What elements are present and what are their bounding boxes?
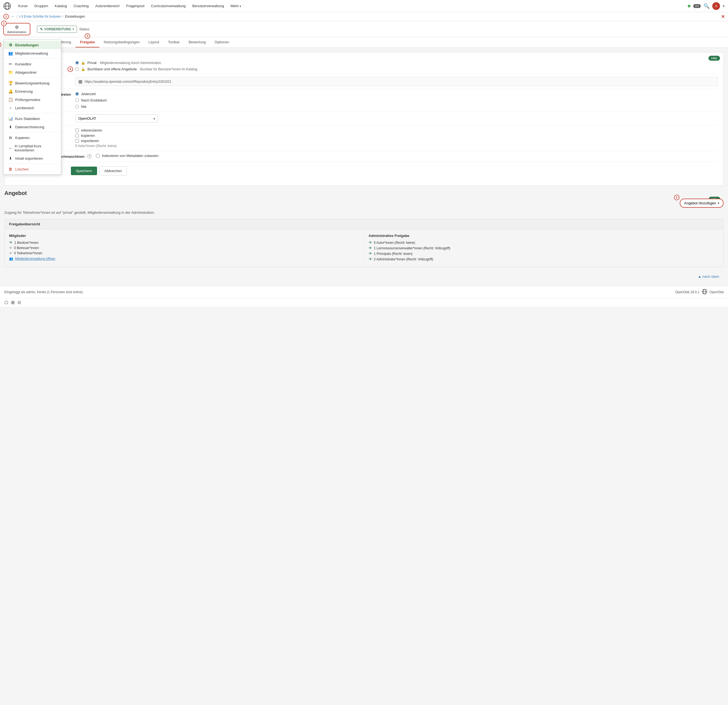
nach-oben-link[interactable]: ▲ nach oben <box>698 274 719 279</box>
direktlink-row: Direktlink ▦ https://academy.openolat.co… <box>10 74 718 89</box>
autoren-ref-item[interactable]: referenzieren <box>75 128 718 132</box>
menu-item-kopieren[interactable]: ⧉ Kopieren <box>4 133 61 142</box>
admin-button[interactable]: 1 ⚙ Administration <box>3 23 30 35</box>
main-content: Hilfe Zugang Teilnehmer*innen 🔒 Privat M… <box>0 48 728 286</box>
menu-item-erinnerung[interactable]: 🔔 Erinnerung <box>4 87 61 95</box>
breadcrumb-back[interactable]: 1 ← <box>3 14 15 19</box>
tab-freigabe[interactable]: 3 Freigabe <box>75 37 99 48</box>
austreten-nie-label: Nie <box>81 104 87 109</box>
unlock-icon: 🔓 <box>81 67 85 71</box>
footer-icon-share[interactable]: ⬡ <box>4 300 8 305</box>
bewertungswerkzeug-icon: 🏆 <box>8 81 13 85</box>
oer-checkbox-item[interactable]: Indexieren von Metadaten zulassen <box>96 154 718 158</box>
af-text-2: 1 Principals (Recht: lesen) <box>374 252 413 256</box>
angebot-add-button[interactable]: Angebot hinzufügen ▾ <box>680 199 724 208</box>
tab-toolbar[interactable]: Toolbar <box>163 37 184 48</box>
annotation-1b: 1 <box>1 21 7 26</box>
austreten-jederzeit[interactable]: Jederzeit <box>75 92 718 96</box>
admin-freigabe-item-2: 👁 1 Principals (Recht: lesen) <box>369 251 719 256</box>
oer-checkbox-label: Indexieren von Metadaten zulassen <box>102 154 158 158</box>
direktlink-value: ▦ https://academy.openolat.com/url/Repos… <box>75 77 718 86</box>
af-eye-0: 👁 <box>369 241 372 245</box>
status-dot <box>688 5 690 7</box>
radio-buchbar-item[interactable]: 4 🔓 Buchbare und offene Angebote Buchbar… <box>75 67 718 71</box>
menu-item-bewertungswerkzeug[interactable]: 🏆 Bewertungswerkzeug <box>4 79 61 87</box>
freigabe-help-button[interactable]: Hilfe <box>708 56 720 61</box>
menu-item-exportieren[interactable]: ⬇ Inhalt exportieren <box>4 154 61 162</box>
admin-freigabe-item-3: 👁 2 Administrator*innen (Recht: Vollzugr… <box>369 257 719 261</box>
oer-help-icon[interactable]: ? <box>87 154 91 159</box>
breadcrumb-close[interactable]: ✕ <box>721 14 725 19</box>
status-button[interactable]: ✎ VORBEREITUNG ▾ <box>37 26 77 33</box>
angebot-title: Angebot <box>4 190 27 196</box>
autoren-kop-label: kopieren <box>81 133 95 138</box>
menu-item-kurseditor[interactable]: ✏ Kurseditor <box>4 60 61 68</box>
nav-item-fragenpool[interactable]: Fragenpool <box>124 2 147 10</box>
save-button[interactable]: Speichern <box>71 167 97 175</box>
austreten-nach[interactable]: Nach Enddatum <box>75 98 718 102</box>
austreten-nie[interactable]: Nie <box>75 104 718 109</box>
tab-optionen[interactable]: Optionen <box>210 37 234 48</box>
nav-item-autorenbereich[interactable]: Autorenbereich <box>92 2 123 10</box>
menu-item-kursstatistiken[interactable]: 📊 Kurs Statistiken <box>4 114 61 123</box>
mitglieder-link[interactable]: 👥 Mitgliederverwaltung öffnen <box>9 257 360 261</box>
nav-item-katalog[interactable]: Katalog <box>52 2 70 10</box>
toolbar-row: 1 ⚙ Administration 2 ⚙ Einstellungen 👥 M… <box>0 21 728 37</box>
exportieren-icon: ⬇ <box>8 156 13 160</box>
mitglieder-col-title: Mitglieder <box>9 234 360 238</box>
nav-item-mehr[interactable]: Mehr <box>228 2 244 10</box>
search-icon[interactable]: 🔍 <box>703 3 709 9</box>
menu-item-lernbereich[interactable]: ○ Lernbereich <box>4 104 61 112</box>
autoren-ref-checkbox[interactable] <box>75 129 79 132</box>
tab-layout[interactable]: Layout <box>144 37 163 48</box>
nav-item-gruppen[interactable]: Gruppen <box>32 2 51 10</box>
konvertieren-icon: ↔ <box>8 146 12 150</box>
mitglieder-text-1: 0 Betreuer*innen <box>14 246 39 250</box>
freigabe-select[interactable]: OpenOLAT <box>75 114 158 123</box>
tab-bewertung[interactable]: Bewertung <box>184 37 210 48</box>
tab-nutzungsbedingungen[interactable]: Nutzungsbedingungen <box>99 37 144 48</box>
menu-item-datenarchivierung[interactable]: ⬇ Datenarchivierung <box>4 123 61 131</box>
oer-checkbox[interactable] <box>96 154 100 157</box>
menu-item-prufungsmodus[interactable]: 📋 Prüfungsmodus <box>4 95 61 104</box>
menu-item-ablageordner[interactable]: 📁 Ablageordner <box>4 68 61 77</box>
admin-freigabe-row: Administrative Freigabe OpenOLAT <box>10 112 718 126</box>
footer-logo-icon <box>702 289 707 295</box>
autoren-kop-checkbox[interactable] <box>75 134 79 137</box>
menu-item-konvertieren[interactable]: ↔ In Lernpfad-Kurs konvertieren <box>4 142 61 154</box>
footer-icon-embed[interactable]: ⊞ <box>11 300 14 305</box>
menu-item-mitgliederverwaltung[interactable]: 👥 Mitgliederverwaltung <box>4 49 61 57</box>
menu-item-loschen[interactable]: 🗑 Löschen <box>4 165 61 173</box>
avatar[interactable]: A <box>712 2 720 10</box>
menu-item-einstellungen[interactable]: ⚙ Einstellungen <box>4 41 61 49</box>
mitgliederverwaltung-icon: 👥 <box>8 51 13 55</box>
nav-item-kurse[interactable]: Kurse <box>16 2 30 10</box>
autoren-note: 5 Autor*innen (Recht: keine) <box>75 144 718 148</box>
autoren-row: Autor*innen können referenzieren kopiere… <box>10 126 718 151</box>
status-section-label: Status <box>79 27 90 31</box>
nav-arrow[interactable]: ▾ <box>723 4 725 8</box>
teilnehmer-control: 🔒 Privat Mitgliederverwaltung durch Admi… <box>75 61 718 71</box>
footer-icon-settings[interactable]: ⊙ <box>17 300 21 305</box>
nav-item-benutzerverwaltung[interactable]: Benutzerverwaltung <box>189 2 227 10</box>
radio-buchbar-desc: Buchbar für Benutzer*innen im Katalog <box>140 67 197 71</box>
autoren-control: referenzieren kopieren exportieren 5 Aut… <box>75 128 718 148</box>
angebot-add-row: 5 Angebot hinzufügen ▾ <box>4 199 724 208</box>
radio-buchbar[interactable] <box>75 67 79 71</box>
members-icon: 👥 <box>9 257 13 261</box>
nav-item-curriculumverwaltung[interactable]: Curriculumverwaltung <box>148 2 189 10</box>
breadcrumb-parent[interactable]: I-3 Erste Schritte für Autoren <box>19 14 61 19</box>
datenarchivierung-icon: ⬇ <box>8 125 13 129</box>
radio-buchbar-label: Buchbare und offene Angebote <box>87 67 137 71</box>
annotation-5: 5 <box>674 195 679 200</box>
dropdown-menu: 2 ⚙ Einstellungen 👥 Mitgliederverwaltung… <box>3 39 61 175</box>
radio-privat-label: Privat <box>87 61 97 65</box>
autoren-kop-item[interactable]: kopieren <box>75 133 718 138</box>
autoren-exp-item[interactable]: exportieren <box>75 139 718 143</box>
radio-privat-item[interactable]: 🔒 Privat Mitgliederverwaltung durch Admi… <box>75 61 718 65</box>
logo[interactable] <box>3 2 11 10</box>
nav-item-coaching[interactable]: Coaching <box>71 2 91 10</box>
cancel-button[interactable]: Abbrechen <box>99 166 127 175</box>
radio-privat[interactable] <box>75 61 79 65</box>
autoren-exp-checkbox[interactable] <box>75 139 79 143</box>
